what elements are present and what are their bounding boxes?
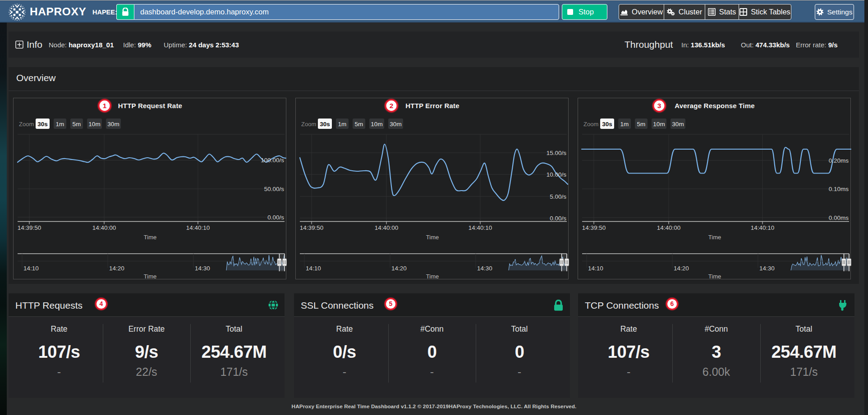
svg-text:50.00/s: 50.00/s (264, 186, 285, 192)
svg-text:1m: 1m (620, 121, 629, 128)
svg-text:30s: 30s (602, 121, 612, 128)
svg-text:10m: 10m (653, 121, 665, 128)
svg-text:Time: Time (426, 273, 439, 280)
svg-text:10m: 10m (88, 121, 100, 128)
svg-text:30s: 30s (37, 121, 48, 128)
svg-text:14:20: 14:20 (391, 265, 407, 272)
svg-text:5m: 5m (73, 121, 81, 128)
svg-text:10.00/s: 10.00/s (547, 171, 567, 178)
svg-text:0.00ms: 0.00ms (829, 214, 849, 221)
svg-text:HTTP Error Rate: HTTP Error Rate (405, 102, 459, 109)
svg-text:30m: 30m (672, 121, 684, 128)
svg-text:14:40:10: 14:40:10 (468, 224, 492, 231)
svg-text:14:40:10: 14:40:10 (186, 224, 210, 231)
svg-text:5m: 5m (355, 121, 363, 128)
svg-text:Time: Time (426, 234, 439, 241)
svg-text:15.00/s: 15.00/s (547, 150, 567, 156)
svg-text:14:10: 14:10 (23, 265, 39, 272)
svg-text:14:30: 14:30 (195, 265, 210, 272)
svg-text:Zoom: Zoom (19, 121, 34, 128)
svg-text:5m: 5m (637, 121, 646, 128)
svg-text:2: 2 (390, 102, 394, 109)
svg-text:0.00/s: 0.00/s (267, 214, 284, 221)
svg-text:14:10: 14:10 (588, 265, 603, 272)
svg-text:Time: Time (144, 273, 156, 280)
svg-text:14:10: 14:10 (306, 265, 321, 272)
svg-text:0.20ms: 0.20ms (829, 157, 849, 164)
svg-text:Zoom: Zoom (301, 121, 316, 128)
svg-text:14:39:50: 14:39:50 (582, 224, 606, 231)
svg-text:Time: Time (708, 234, 721, 241)
svg-text:14:30: 14:30 (759, 265, 775, 272)
svg-text:Average Response Time: Average Response Time (675, 102, 755, 109)
svg-text:100.00/s: 100.00/s (261, 157, 284, 164)
svg-text:5.00/s: 5.00/s (550, 193, 566, 200)
svg-text:HTTP Request Rate: HTTP Request Rate (118, 102, 182, 109)
svg-text:14:40:00: 14:40:00 (375, 224, 399, 231)
svg-text:14:40:00: 14:40:00 (92, 224, 116, 231)
svg-text:10m: 10m (371, 121, 382, 128)
svg-text:Time: Time (708, 273, 721, 280)
svg-text:14:20: 14:20 (674, 265, 689, 272)
svg-text:1m: 1m (56, 121, 64, 128)
svg-text:Zoom: Zoom (583, 121, 598, 128)
svg-text:14:40:00: 14:40:00 (657, 224, 681, 231)
svg-text:14:40:10: 14:40:10 (751, 224, 775, 231)
svg-text:1: 1 (103, 102, 107, 109)
svg-text:14:39:50: 14:39:50 (300, 224, 324, 231)
svg-text:0.00/s: 0.00/s (550, 215, 566, 222)
svg-text:30m: 30m (390, 121, 401, 128)
svg-text:3: 3 (657, 102, 661, 109)
svg-text:30m: 30m (107, 121, 119, 128)
svg-text:0.10ms: 0.10ms (829, 186, 849, 192)
svg-text:1m: 1m (338, 121, 347, 128)
svg-text:14:20: 14:20 (109, 265, 124, 272)
svg-text:Time: Time (144, 234, 156, 241)
svg-text:14:39:50: 14:39:50 (18, 224, 41, 231)
svg-text:14:30: 14:30 (477, 265, 492, 272)
svg-text:30s: 30s (320, 121, 330, 128)
